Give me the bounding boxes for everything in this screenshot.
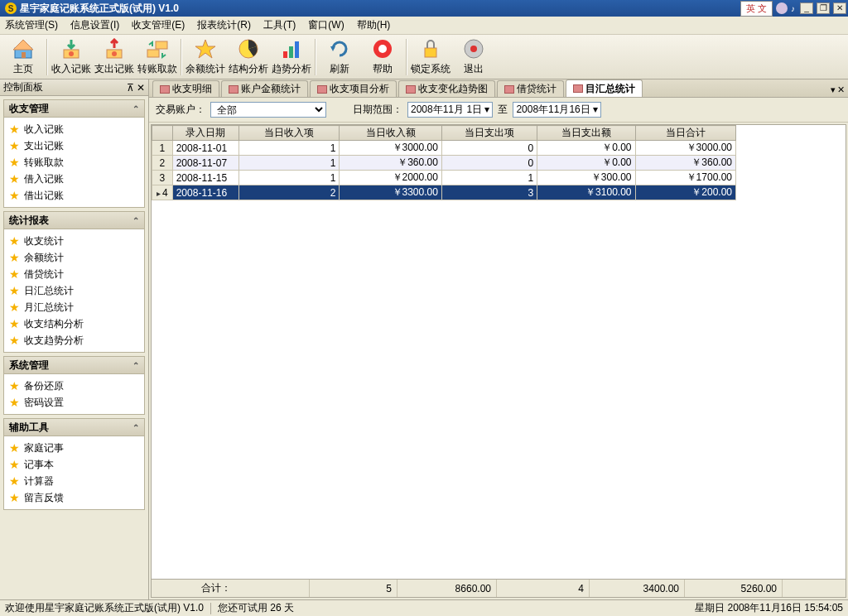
tab-controls: ▾ ✕	[831, 84, 845, 97]
tab[interactable]: 目汇总统计	[566, 79, 643, 97]
table-row[interactable]: ▸4 2008-11-162￥3300.00 3￥3100.00￥200.00	[152, 185, 736, 200]
chevron-up-icon: ⌃	[132, 423, 139, 432]
date-range-label: 日期范围：	[353, 103, 402, 117]
tab[interactable]: 收支变化趋势图	[398, 80, 495, 97]
star-icon: ★	[9, 190, 21, 201]
sidebar-item[interactable]: ★计算器	[6, 473, 142, 489]
menu-info[interactable]: 信息设置(I)	[70, 18, 119, 32]
account-select[interactable]: 全部	[210, 102, 326, 118]
svg-marker-9	[195, 40, 215, 58]
tab-icon	[573, 84, 583, 93]
svg-rect-8	[156, 41, 167, 49]
balance-button[interactable]: 余额统计	[184, 36, 227, 78]
sidebar-item[interactable]: ★月汇总统计	[6, 299, 142, 315]
group-header[interactable]: 收支管理⌃	[3, 99, 145, 118]
tab-close[interactable]: ✕	[837, 84, 845, 95]
table-row[interactable]: 2 2008-11-071￥360.00 0￥0.00￥360.00	[152, 156, 736, 171]
account-label: 交易账户：	[156, 103, 205, 117]
sidebar-item[interactable]: ★支出记账	[6, 137, 142, 154]
tab-icon	[504, 85, 514, 94]
sidebar-item[interactable]: ★记事本	[6, 456, 142, 473]
exit-button[interactable]: 退出	[452, 36, 495, 78]
menu-system[interactable]: 系统管理(S)	[5, 18, 58, 32]
music-icon: ♪	[791, 4, 795, 13]
tab[interactable]: 账户金额统计	[221, 80, 308, 97]
lang-indicator[interactable]: 英 文	[740, 1, 773, 17]
transfer-button[interactable]: 转账取款	[136, 36, 179, 78]
tab[interactable]: 借贷统计	[497, 80, 564, 97]
tab-dropdown[interactable]: ▾	[831, 84, 836, 95]
main-content: 收支明细账户金额统计收支项目分析收支变化趋势图借贷统计目汇总统计 ▾ ✕ 交易账…	[149, 79, 848, 599]
star-icon: ★	[9, 140, 21, 152]
control-panel: 控制面板 ⊼ ✕ 收支管理⌃★收入记账★支出记账★转账取款★借入记账★借出记账统…	[0, 79, 149, 599]
tab[interactable]: 收支项目分析	[310, 80, 397, 97]
sidebar-item[interactable]: ★借出记账	[6, 187, 142, 204]
sidebar-item[interactable]: ★借贷统计	[6, 266, 142, 282]
column-header[interactable]: 录入日期	[172, 126, 238, 141]
date-from-input[interactable]: 2008年11月 1日 ▾	[407, 102, 493, 118]
sidebar-item[interactable]: ★家庭记事	[6, 440, 142, 456]
svg-marker-1	[13, 40, 33, 50]
table-row[interactable]: 3 2008-11-151￥2000.00 1￥300.00￥1700.00	[152, 171, 736, 185]
chevron-up-icon: ⌃	[132, 361, 139, 370]
tab[interactable]: 收支明细	[152, 80, 219, 97]
date-to-input[interactable]: 2008年11月16日 ▾	[513, 102, 601, 118]
system-indicators: 英 文 ♪ _ ❐ ✕	[740, 1, 846, 17]
star-icon: ★	[9, 318, 21, 330]
lock-button[interactable]: 锁定系统	[409, 36, 452, 78]
close-button[interactable]: ✕	[833, 2, 846, 14]
income-button[interactable]: 收入记账	[50, 36, 93, 78]
group-header[interactable]: 系统管理⌃	[3, 356, 145, 374]
star-icon: ★	[9, 475, 21, 487]
tab-icon	[160, 85, 170, 94]
star-icon: ★	[9, 285, 21, 296]
sidebar-item[interactable]: ★日汇总统计	[6, 282, 142, 299]
sidebar-item[interactable]: ★收支统计	[6, 233, 142, 249]
sidebar-item[interactable]: ★收入记账	[6, 121, 142, 137]
sidebar-item[interactable]: ★留言反馈	[6, 489, 142, 506]
group-header[interactable]: 统计报表⌃	[3, 211, 145, 229]
column-header[interactable]: 当日支出额	[537, 126, 635, 141]
sidebar-item[interactable]: ★借入记账	[6, 171, 142, 187]
svg-rect-13	[295, 41, 299, 58]
sidebar-item[interactable]: ★收支趋势分析	[6, 332, 142, 349]
pin-icon[interactable]: ⊼ ✕	[127, 82, 145, 94]
menu-tools[interactable]: 工具(T)	[263, 18, 296, 32]
sum-income-count: 5	[310, 580, 398, 597]
sidebar-item[interactable]: ★收支结构分析	[6, 315, 142, 332]
column-header[interactable]: 当日合计	[635, 126, 736, 141]
sum-expense-amt: 3400.00	[590, 580, 685, 597]
svg-rect-11	[283, 51, 287, 58]
table-row[interactable]: 1 2008-11-011￥3000.00 0￥0.00￥3000.00	[152, 141, 736, 156]
help-icon	[370, 37, 395, 60]
sidebar-item[interactable]: ★备份还原	[6, 378, 142, 394]
expense-button[interactable]: 支出记账	[93, 36, 136, 78]
menu-income[interactable]: 收支管理(E)	[132, 18, 185, 32]
maximize-button[interactable]: ❐	[817, 2, 830, 14]
help-button[interactable]: 帮助	[361, 36, 404, 78]
refresh-button[interactable]: 刷新	[318, 36, 361, 78]
lock-icon	[418, 37, 443, 60]
minimize-button[interactable]: _	[800, 2, 813, 14]
sidebar-item[interactable]: ★密码设置	[6, 394, 142, 411]
status-bar: 欢迎使用星宇家庭记账系统正式版(试用) V1.0 您还可试用 26 天 星期日 …	[0, 599, 848, 616]
menu-report[interactable]: 报表统计(R)	[197, 18, 251, 32]
trend-button[interactable]: 趋势分析	[270, 36, 313, 78]
column-header[interactable]: 当日收入额	[340, 126, 442, 141]
group-header[interactable]: 辅助工具⌃	[3, 418, 145, 436]
sidebar-item[interactable]: ★余额统计	[6, 249, 142, 266]
home-button[interactable]: 主页	[2, 36, 45, 78]
column-header[interactable]: 当日收入项	[238, 126, 339, 141]
transfer-icon	[145, 37, 170, 60]
data-grid[interactable]: 录入日期当日收入项当日收入额当日支出项当日支出额当日合计 1 2008-11-0…	[152, 125, 736, 200]
filter-row: 交易账户： 全部 日期范围： 2008年11月 1日 ▾ 至 2008年11月1…	[149, 98, 848, 123]
sidebar-item[interactable]: ★转账取款	[6, 154, 142, 171]
svg-rect-17	[425, 48, 436, 57]
menu-window[interactable]: 窗口(W)	[308, 18, 344, 32]
structure-button[interactable]: 结构分析	[227, 36, 270, 78]
column-header[interactable]: 当日支出项	[441, 126, 537, 141]
star-icon: ★	[9, 252, 21, 263]
star-icon: ★	[9, 442, 21, 454]
svg-point-19	[470, 46, 477, 52]
menu-help[interactable]: 帮助(H)	[357, 18, 391, 32]
